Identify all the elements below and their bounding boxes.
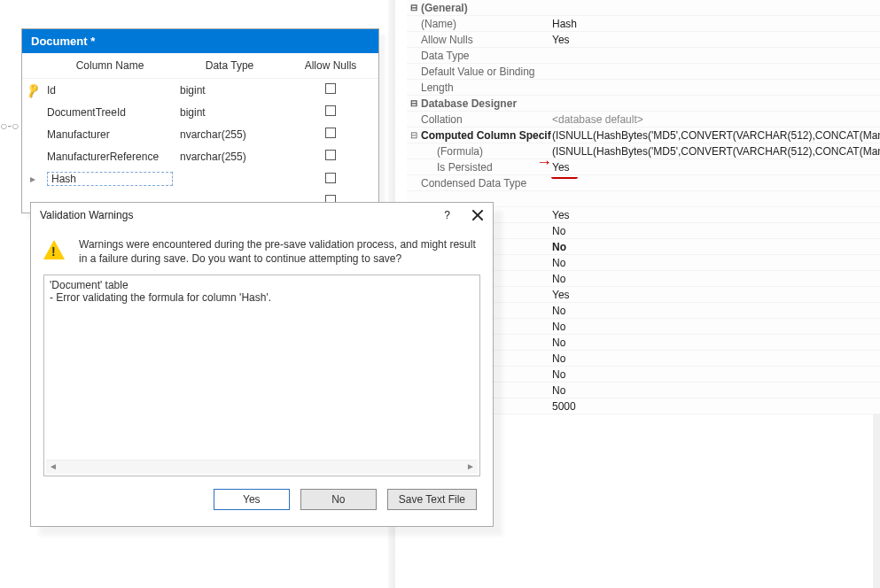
checkbox-allow-nulls[interactable] (325, 128, 336, 138)
prop-collation-value[interactable]: <database default> (552, 113, 880, 126)
header-data-type: Data Type (176, 53, 283, 79)
checkbox-allow-nulls[interactable] (325, 150, 336, 160)
prop-name: (Name) (421, 18, 552, 30)
prop-allow-nulls: Allow Nulls (421, 34, 552, 46)
dialog-title: Validation Warnings (40, 209, 133, 221)
horizontal-scrollbar[interactable]: ◄ ► (46, 460, 478, 474)
row-selector-icon: ▸ (22, 167, 43, 190)
cell-name-selected[interactable]: Hash (47, 172, 173, 186)
prop-data-type: Data Type (421, 50, 552, 62)
relation-connector: ○-○ (0, 119, 19, 133)
category-general: (General) (421, 2, 552, 14)
help-button[interactable]: ? (444, 209, 450, 221)
dialog-message: Warnings were encountered during the pre… (79, 238, 480, 266)
table-row[interactable]: 🔑 Id bigint (22, 79, 378, 102)
no-button[interactable]: No (300, 489, 377, 510)
annotation-underline (551, 177, 578, 179)
checkbox-allow-nulls[interactable] (325, 173, 336, 183)
annotation-arrow: → (536, 153, 552, 172)
prop-computed-spec-value[interactable]: (ISNULL(HashBytes('MD5',CONVERT(VARCHAR(… (552, 129, 880, 142)
scroll-left-icon[interactable]: ◄ (46, 460, 60, 473)
prop-condensed-type: Condensed Data Type (421, 177, 552, 190)
table-row[interactable]: ▸ Hash (22, 167, 378, 190)
cell-type[interactable]: bigint (176, 101, 283, 123)
table-row[interactable]: DocumentTreeId bigint (22, 101, 378, 123)
prop-length: Length (421, 81, 552, 94)
category-designer: Database Designer (421, 97, 552, 110)
warning-line: 'Document' table (50, 279, 474, 291)
checkbox-allow-nulls[interactable] (325, 105, 336, 116)
checkbox-allow-nulls[interactable] (325, 83, 336, 94)
prop-allow-nulls-value[interactable]: Yes (552, 34, 880, 46)
cell-name[interactable]: DocumentTreeId (43, 101, 176, 123)
cell-type[interactable] (176, 167, 283, 190)
cell-type[interactable]: bigint (176, 79, 283, 102)
table-title: Document * (22, 29, 378, 53)
yes-button[interactable]: Yes (214, 489, 290, 510)
prop-name-value[interactable]: Hash (552, 18, 880, 30)
header-allow-nulls: Allow Nulls (283, 53, 378, 79)
cell-type[interactable]: nvarchar(255) (176, 123, 283, 145)
header-column-name: Column Name (43, 53, 176, 79)
prop-computed-spec: Computed Column Specif (421, 129, 552, 142)
collapse-icon[interactable]: ⊟ (407, 3, 421, 12)
close-icon[interactable] (471, 209, 484, 221)
validation-warnings-dialog: Validation Warnings ? Warnings were enco… (30, 202, 494, 527)
collapse-icon[interactable]: ⊟ (407, 130, 421, 140)
collapse-icon[interactable]: ⊟ (407, 98, 421, 108)
prop-is-persisted: Is Persisted (421, 161, 552, 174)
cell-name[interactable]: ManufacturerReference (43, 145, 176, 167)
table-row[interactable]: ManufacturerReference nvarchar(255) (22, 145, 378, 167)
warnings-textarea[interactable]: 'Document' table - Error validating the … (43, 275, 480, 476)
prop-is-persisted-value[interactable]: Yes (552, 161, 880, 174)
table-columns-grid[interactable]: Column Name Data Type Allow Nulls 🔑 Id b… (22, 53, 378, 213)
warning-line: - Error validating the formula for colum… (50, 291, 474, 304)
warning-icon (43, 240, 65, 259)
table-row[interactable]: Manufacturer nvarchar(255) (22, 123, 378, 145)
prop-formula: (Formula) (421, 145, 552, 158)
cell-name[interactable]: Manufacturer (43, 123, 176, 145)
cell-name[interactable]: Id (43, 79, 176, 102)
prop-collation: Collation (421, 113, 552, 126)
table-designer-panel: Document * Column Name Data Type Allow N… (21, 28, 379, 213)
prop-formula-value[interactable]: (ISNULL(HashBytes('MD5',CONVERT(VARCHAR(… (552, 145, 880, 158)
key-icon: 🔑 (24, 81, 42, 98)
save-text-file-button[interactable]: Save Text File (387, 489, 477, 510)
scroll-right-icon[interactable]: ► (463, 460, 478, 473)
cell-type[interactable]: nvarchar(255) (176, 145, 283, 167)
prop-default-value: Default Value or Binding (421, 66, 552, 78)
